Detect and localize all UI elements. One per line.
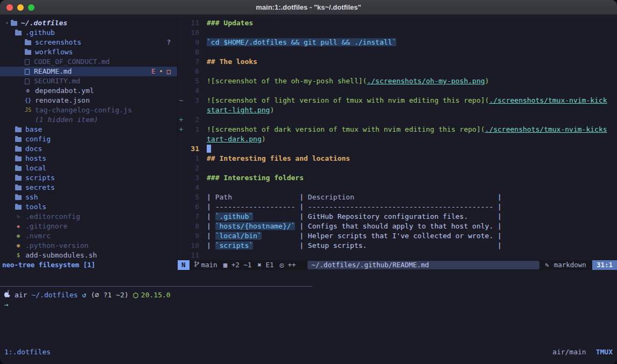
text-segment-code: `scripts` [215,241,253,249]
tree-item[interactable]: hosts [0,154,177,163]
gutter-sign [178,18,185,28]
tree-item-label: renovate.json [35,96,90,105]
pencil-icon: ✎ [15,212,22,222]
folder-icon [15,166,22,171]
editor-line[interactable]: +1![screenshot of dark version of tmux w… [178,125,617,134]
editor-line[interactable]: +2 [178,115,617,125]
folder-icon [11,21,17,26]
tree-item[interactable]: base [0,125,177,134]
tree-item[interactable]: ✎.editorconfig [0,212,177,222]
line-text: `cd $HOME/.dotfiles && git pull && ./ins… [207,38,396,47]
neotree-sidebar[interactable]: ▾~/.dotfiles.githubscreenshots?workflows… [0,18,178,260]
tmux-window-tab[interactable]: 1:.dotfiles [4,347,51,357]
tree-item-label: tools [25,202,46,212]
text-segment-link: ![screenshot of dark version of tmux wit… [207,125,485,133]
line-text: ### Interesting folders [207,173,304,183]
editor-line[interactable]: 5![screenshot of the oh-my-posh shell](.… [178,76,617,86]
line-text: | `local/bin` | Helper scripts that I've… [207,231,502,241]
window-title: main:1:.dotfiles - "ks~/.dotfiles" [256,3,361,11]
tree-item-label: .editorconfig [25,212,80,222]
text-segment-p: | [207,193,215,201]
editor-line[interactable]: 6| ------------------- | ---------------… [178,202,617,212]
line-number: 7 [185,57,199,67]
editor-line[interactable]: 8| `hosts/{hostname}/` | Configs that sh… [178,222,617,231]
titlebar[interactable]: main:1:.dotfiles - "ks~/.dotfiles" [0,0,617,15]
tree-item[interactable]: CODE_OF_CONDUCT.md [0,57,177,67]
tree-item[interactable]: ◆.gitignore [0,222,177,231]
line-number: 5 [185,76,199,86]
tree-item[interactable]: workflows [0,47,177,57]
tree-item[interactable]: ssh [0,192,177,202]
zoom-button[interactable] [28,4,34,11]
editor-line[interactable]: 11 [178,251,617,260]
statusline-filepath: ~/.dotfiles/.github/README.md [307,261,540,269]
editor-line[interactable]: 2 [178,163,617,173]
untracked-badge: ? [167,38,171,47]
editor-line[interactable]: 31 [178,144,617,154]
tree-item[interactable]: tools [0,202,177,212]
editor-line[interactable]: 8 [178,47,617,57]
tree-item[interactable]: SECURITY.md [0,76,177,86]
text-segment-p: | [207,241,215,249]
editor-line[interactable]: ~3![screenshot of light version of tmux … [178,96,617,105]
editor-line[interactable]: start-light.png) [178,105,617,115]
tree-item[interactable]: $add-submodules.sh [0,251,177,260]
editor-line[interactable]: 7| `.github` | GitHub Repository configu… [178,212,617,222]
editor-line[interactable]: 4 [178,183,617,192]
minimize-button[interactable] [17,4,24,11]
tree-item[interactable]: ⚙dependabot.yml [0,86,177,96]
tree-item[interactable]: config [0,134,177,144]
editor-line[interactable]: 4 [178,86,617,96]
close-button[interactable] [6,4,13,11]
tree-item[interactable]: ●.nvmrc [0,231,177,241]
gear-icon: ⚙ [25,86,31,96]
editor-line[interactable]: 3### Interesting folders [178,173,617,183]
editor-line[interactable]: 10| `scripts` | Setup scripts. | [178,241,617,251]
editor-pane[interactable]: 11### Updates109`cd $HOME/.dotfiles && g… [178,18,617,260]
text-segment-thead: Path [215,193,232,201]
file-icon [25,69,30,75]
gutter-sign [178,163,185,173]
text-segment-code: `.github` [215,212,253,220]
tree-item[interactable]: local [0,163,177,173]
tree-item[interactable]: {}renovate.json [0,96,177,105]
file-icon [25,78,30,84]
editor-line[interactable]: 9`cd $HOME/.dotfiles && git pull && ./in… [178,38,617,47]
folder-icon [15,127,22,132]
editor-line[interactable]: tart-dark.png) [178,134,617,144]
editor-line[interactable]: 10 [178,28,617,38]
editor-line[interactable]: 7## The looks [178,57,617,67]
gutter-sign [178,28,185,38]
line-text: ## Interesting files and locations [207,154,350,163]
tree-item[interactable]: secrets [0,183,177,192]
tree-item-badges: E•□ [151,67,171,76]
editor-line[interactable]: 11### Updates [178,18,617,28]
editor-line[interactable]: 6 [178,67,617,76]
tmux-pane-divider[interactable] [0,286,312,287]
terminal-content[interactable]: ▾~/.dotfiles.githubscreenshots?workflows… [0,15,617,364]
gutter-sign [178,154,185,163]
text-segment-p: | Setup scripts. | [253,241,502,249]
editor-line[interactable]: 9| `local/bin` | Helper scripts that I'v… [178,231,617,241]
tree-item[interactable]: JStag-changelog-config.js [0,105,177,115]
editor-line[interactable]: 1## Interesting files and locations [178,154,617,163]
tree-item-selected[interactable]: README.mdE•□ [0,67,177,76]
tree-item[interactable]: scripts [0,173,177,183]
gutter-sign [178,57,185,67]
tree-item[interactable]: ●.python-version [0,241,177,251]
text-segment-p: | [207,222,215,230]
line-number [185,105,199,115]
text-segment-url: start-light.png [207,106,270,114]
tree-item-label: dependabot.yml [35,86,94,96]
tree-item[interactable]: ▾~/.dotfiles [0,18,177,28]
tree-item[interactable]: screenshots? [0,38,177,47]
tree-item[interactable]: .github [0,28,177,38]
tmux-session-label: air/main [552,347,586,357]
shell-input-cursor[interactable]: → [4,300,9,310]
editor-line[interactable]: 5| Path | Description | [178,192,617,202]
tree-item[interactable]: (1 hidden item) [0,115,177,125]
tree-item-label: base [25,125,42,134]
tree-item[interactable]: docs [0,144,177,154]
gutter-sign [178,241,185,251]
expander-icon[interactable]: ▾ [5,18,9,28]
